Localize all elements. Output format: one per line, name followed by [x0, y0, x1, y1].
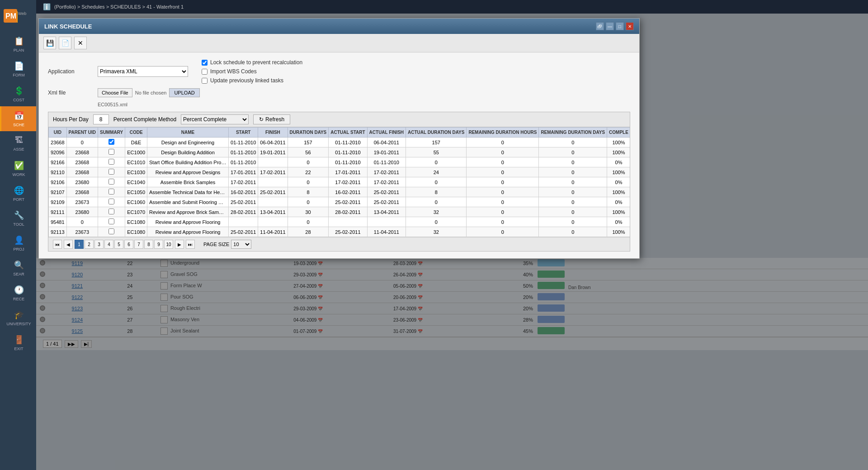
col-parent-uid: PARENT UID [66, 128, 98, 138]
cell-summary[interactable] [98, 157, 125, 167]
sidebar-item-cost[interactable]: 💲 COST [0, 81, 36, 106]
new-button[interactable]: 📄 [59, 37, 71, 49]
next-page-btn[interactable]: ▶ [175, 240, 184, 249]
sidebar-item-schedule[interactable]: 📅 SCHE [0, 106, 36, 131]
pct-method-label: Percent Complete Method [113, 116, 176, 123]
sidebar-item-asset[interactable]: 🏗 ASSE [0, 131, 36, 156]
page-number-btn[interactable]: 5 [114, 240, 123, 249]
page-number-btn[interactable]: 1 [75, 240, 84, 249]
sidebar-item-proj[interactable]: 👤 PROJ [0, 231, 36, 256]
recent-icon: 🕐 [14, 285, 24, 295]
col-code: CODE [125, 128, 147, 138]
cell-summary[interactable] [98, 177, 125, 187]
page-number-btn[interactable]: 2 [85, 240, 94, 249]
cell-actual-finish: 11-04-2011 [367, 227, 406, 237]
main-content: 9119 22 Underground 19-03-2009 📅 28-03-2… [36, 14, 868, 470]
col-duration: DURATION DAYS [288, 128, 329, 138]
plan-icon: 📋 [14, 36, 24, 46]
sidebar-item-plan[interactable]: 📋 PLAN [0, 32, 36, 57]
choose-file-button[interactable]: Choose File [98, 88, 132, 97]
sidebar-item-label: UNIVERSITY [6, 322, 31, 326]
save-button[interactable]: 💾 [43, 37, 56, 49]
page-number-btn[interactable]: 3 [94, 240, 104, 249]
sidebar-item-recent[interactable]: 🕐 RECE [0, 280, 36, 305]
sidebar-item-work[interactable]: ✅ WORK [0, 156, 36, 181]
page-number-btn[interactable]: 10 [164, 240, 173, 249]
cell-remaining-hours: 0 [467, 177, 539, 187]
cell-actual-finish: 19-01-2011 [367, 147, 406, 157]
lock-schedule-row: Lock schedule to prevent recalculation [202, 59, 302, 66]
cell-remaining-days: 0 [539, 147, 607, 157]
cell-actual-duration: 0 [406, 217, 467, 227]
cell-summary[interactable] [98, 138, 125, 147]
col-actual-finish: ACTUAL FINISH [367, 128, 406, 138]
application-row: Application Primavera XML Lock schedule … [48, 59, 630, 84]
cell-finish [258, 157, 288, 167]
cell-duration: 157 [288, 138, 329, 147]
prev-page-btn[interactable]: ◀ [64, 240, 73, 249]
schedule-table-container: UID PARENT UID SUMMARY CODE NAME START F… [48, 127, 630, 237]
cell-uid: 92110 [49, 167, 67, 177]
hours-per-day-label: Hours Per Day [53, 116, 89, 123]
sidebar-item-port[interactable]: 🌐 PORT [0, 181, 36, 206]
cell-summary[interactable] [98, 147, 125, 157]
table-row: 92096 23668 EC1000 Design Building Addit… [49, 147, 630, 157]
work-icon: ✅ [14, 161, 24, 171]
cell-complete: 0% [607, 177, 630, 187]
cell-summary[interactable] [98, 227, 125, 237]
table-row: 23668 0 D&E Design and Engineering 01-11… [49, 138, 630, 147]
cell-summary[interactable] [98, 167, 125, 177]
cell-remaining-hours: 0 [467, 138, 539, 147]
upload-button[interactable]: UPLOAD [169, 88, 199, 97]
cell-complete: 100% [607, 147, 630, 157]
page-number-btn[interactable]: 6 [124, 240, 133, 249]
import-wbs-checkbox[interactable] [202, 69, 208, 75]
table-row: 95481 0 EC1080 Review and Approve Floori… [49, 217, 630, 227]
page-number-btn[interactable]: 7 [134, 240, 143, 249]
sidebar-item-exit[interactable]: 🚪 EXIT [0, 330, 36, 355]
sidebar-item-tool[interactable]: 🔧 TOOL [0, 206, 36, 231]
cell-parent-uid: 23680 [66, 177, 98, 187]
cell-duration: 0 [288, 177, 329, 187]
cell-parent-uid: 23668 [66, 167, 98, 177]
page-number-btn[interactable]: 9 [154, 240, 163, 249]
modal-maximize-btn[interactable]: □ [616, 22, 624, 30]
page-number-btn[interactable]: 4 [104, 240, 113, 249]
update-tasks-label: Update previously linked tasks [210, 77, 283, 84]
sidebar-item-university[interactable]: 🎓 UNIVERSITY [0, 305, 36, 330]
cell-summary[interactable] [98, 197, 125, 207]
cell-summary[interactable] [98, 217, 125, 227]
cell-summary[interactable] [98, 207, 125, 217]
modal-close-btn[interactable]: ✕ [626, 22, 634, 30]
first-page-btn[interactable]: ⏮ [53, 240, 62, 249]
schedule-table: UID PARENT UID SUMMARY CODE NAME START F… [48, 127, 630, 237]
last-page-btn[interactable]: ⏭ [186, 240, 195, 249]
cell-duration: 56 [288, 147, 329, 157]
cell-actual-duration: 8 [406, 187, 467, 197]
application-select[interactable]: Primavera XML [98, 66, 188, 77]
sidebar-item-form[interactable]: 📄 FORM [0, 57, 36, 81]
page-number-btn[interactable]: 8 [144, 240, 153, 249]
update-tasks-checkbox[interactable] [202, 78, 208, 84]
cell-complete: 0% [607, 197, 630, 207]
lock-schedule-checkbox[interactable] [202, 60, 208, 66]
refresh-button[interactable]: ↻ Refresh [253, 114, 290, 124]
cell-remaining-days: 0 [539, 157, 607, 167]
cell-name: Review and Approve Brick Samples [147, 207, 229, 217]
cell-complete: 0% [607, 217, 630, 227]
pagination: ⏮ ◀ 12345678910 ▶ ⏭ PAGE SIZE 10 [48, 237, 630, 251]
cell-complete: 100% [607, 187, 630, 197]
close-button[interactable]: ✕ [74, 37, 87, 49]
cell-start: 01-11-2010 [229, 138, 258, 147]
modal-restore-btn[interactable]: 🗗 [596, 22, 604, 30]
sidebar-item-search[interactable]: 🔍 SEAR [0, 256, 36, 280]
cell-finish [258, 197, 288, 207]
cell-code: EC1080 [125, 227, 147, 237]
col-remaining-hours: REMAINING DURATION HOURS [467, 128, 539, 138]
modal-minimize-btn[interactable]: — [606, 22, 614, 30]
cell-summary[interactable] [98, 187, 125, 197]
col-actual-start: ACTUAL START [329, 128, 367, 138]
hours-input[interactable] [93, 114, 109, 124]
page-size-select[interactable]: 10 [231, 240, 251, 249]
pct-method-select[interactable]: Percent Complete [181, 114, 249, 124]
